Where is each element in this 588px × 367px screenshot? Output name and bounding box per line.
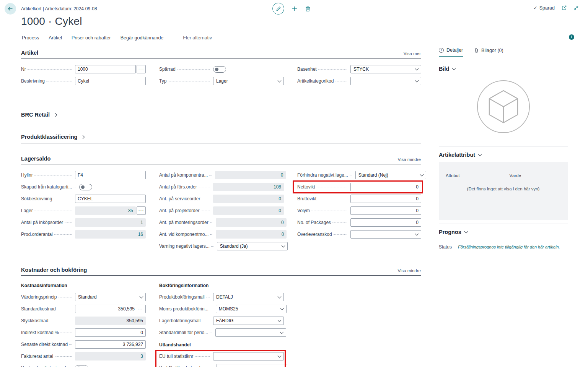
bild-section-header[interactable]: Bild <box>439 66 568 72</box>
fakturerat-value[interactable]: 3 <box>75 352 146 361</box>
ribbon-more-options[interactable]: Fler alternativ <box>183 35 212 41</box>
field-eu-tull-statistiknr: EU tull statistiknr <box>159 352 284 361</box>
bruttovikt-input[interactable]: 0 <box>350 195 421 203</box>
dotted-leader <box>311 211 347 211</box>
status-value: Försäljningsprognos inte tillgänglig för… <box>458 244 560 250</box>
nr-assist-button[interactable]: ··· <box>137 65 146 73</box>
produktbokforingsmall-select[interactable]: DETALJ <box>213 293 284 301</box>
volym-input[interactable]: 0 <box>350 206 421 215</box>
lagerbokforingsmall-select[interactable]: FÄRDIG <box>213 317 284 325</box>
dotted-leader <box>60 333 72 333</box>
hyllnr-input[interactable]: F4 <box>75 171 146 179</box>
kodtillverkning-select[interactable] <box>217 364 287 367</box>
field-label: Antal på förs.order <box>159 184 197 190</box>
serviceorder-value[interactable]: 0 <box>213 195 284 203</box>
tab-bilagor[interactable]: Bilagor (0) <box>474 47 503 57</box>
item-picture-placeholder[interactable] <box>439 78 568 135</box>
field-label: Skapad från katalogarti... <box>21 184 72 190</box>
field-label: Fakturerat antal <box>21 354 53 359</box>
collapse-button[interactable] <box>573 5 579 11</box>
standardmall-select[interactable] <box>215 328 286 337</box>
sokbeskrivning-input[interactable]: CYKEL <box>75 195 146 203</box>
field-ant-serviceorder: Ant. på serviceorder 0 <box>159 195 284 203</box>
back-button[interactable] <box>5 3 16 15</box>
prognos-section-header[interactable]: Prognos <box>439 229 568 235</box>
basenhet-select[interactable]: STYCK <box>350 65 421 73</box>
field-volym: Volym 0 <box>297 206 421 215</box>
forsorder-value[interactable]: 108 <box>213 183 284 191</box>
section-brc-retail[interactable]: BRC Retail <box>21 112 421 121</box>
sparrad-toggle[interactable] <box>213 66 226 73</box>
field-lagerbokforingsmall: Lagerbokföringsmall FÄRDIG <box>159 317 284 325</box>
dotted-leader <box>46 81 72 81</box>
ribbon-item-artikel[interactable]: Artikel <box>49 35 62 41</box>
field-skapad-fran-katalog: Skapad från katalogarti... <box>21 183 146 191</box>
packages-input[interactable]: 0 <box>350 218 421 227</box>
standardkostnad-input[interactable]: 350,595 ··· <box>75 305 146 313</box>
field-label: Bruttovikt <box>297 196 316 201</box>
forhindra-select[interactable]: Standard (Nej) <box>355 171 426 179</box>
field-overleveranskod: Överleveranskod <box>297 230 421 239</box>
field-label: No. of Packages <box>297 220 331 225</box>
artikelattribut-section-header[interactable]: Artikelattribut <box>439 152 568 158</box>
senaste-input[interactable]: 3 736,927 <box>75 340 146 349</box>
section-artikel-title: Artikel <box>21 50 38 56</box>
prodorder-value[interactable]: 16 <box>75 230 146 239</box>
section-lagersaldo-title: Lagersaldo <box>21 156 50 162</box>
eutull-select[interactable] <box>213 352 284 361</box>
visa-mer-link[interactable]: Visa mer <box>404 51 421 56</box>
attribut-empty-message: (Det finns inget att visa i den här vyn) <box>439 187 568 191</box>
dotted-leader <box>210 234 212 235</box>
komponentra-value[interactable]: 0 <box>215 171 286 179</box>
trash-icon <box>305 6 311 12</box>
varning-select[interactable]: Standard (Ja) <box>217 242 288 250</box>
artikelkategorikod-select[interactable] <box>350 77 421 85</box>
delete-button[interactable] <box>305 6 311 12</box>
overleveranskod-select[interactable] <box>350 230 421 239</box>
dotted-leader <box>177 69 210 70</box>
field-ant-komponentmontering: Ant. vid komponentmo... 0 <box>159 230 284 239</box>
edit-button[interactable] <box>272 3 284 15</box>
breadcrumb: Artikelkort | Arbetsdatum: 2024-09-08 <box>21 6 97 11</box>
open-in-new-window-button[interactable] <box>561 5 567 11</box>
typ-select[interactable]: Lager <box>213 77 284 85</box>
lager-value[interactable]: 35 <box>75 206 136 215</box>
dotted-leader <box>65 222 72 223</box>
assist-ellipsis-icon[interactable]: ··· <box>137 305 143 313</box>
ribbon-item-process[interactable]: Process <box>22 35 39 41</box>
chevron-down-icon <box>464 230 468 234</box>
chevron-down-icon <box>278 318 282 322</box>
moms-select[interactable]: MOMS25 <box>216 305 287 313</box>
tab-detaljer[interactable]: i Detaljer <box>439 47 463 57</box>
item-card-content: Artikel Visa mer Nr 1000 ··· Beskrivning… <box>21 46 421 367</box>
skapad-toggle[interactable] <box>79 184 92 190</box>
info-icon[interactable]: i <box>569 34 574 40</box>
factbox-divider <box>439 146 568 146</box>
dotted-leader <box>210 222 212 223</box>
collapse-arrows-icon <box>573 5 579 11</box>
section-brc-title: BRC Retail <box>21 112 50 118</box>
komponentmo-value[interactable]: 0 <box>216 230 287 239</box>
dotted-leader <box>50 321 72 321</box>
justerad-toggle[interactable] <box>75 365 88 367</box>
projektorder-value[interactable]: 0 <box>213 206 284 215</box>
visa-mindre-link[interactable]: Visa mindre <box>397 157 421 162</box>
ribbon-item-godkannande[interactable]: Begär godkännande <box>121 35 164 41</box>
beskrivning-input[interactable]: Cykel <box>75 77 146 85</box>
nettovikt-input[interactable]: 0 <box>350 183 421 191</box>
new-button[interactable] <box>292 6 298 12</box>
chevron-down-icon <box>278 78 282 82</box>
nr-input[interactable]: 1000 <box>75 65 136 73</box>
inkopsorder-value[interactable]: 1 <box>75 218 146 227</box>
indirekt-input[interactable]: 0 <box>75 328 146 337</box>
monteringsorder-value[interactable]: 0 <box>216 218 287 227</box>
visa-mindre-link[interactable]: Visa mindre <box>397 268 421 273</box>
lager-assist-button[interactable]: ··· <box>137 206 146 215</box>
field-label: Ant. på projektorder <box>159 208 199 213</box>
ribbon-item-priser[interactable]: Priser och rabatter <box>72 35 111 41</box>
kostnader-column-1: Kostnadsinformation Värderingsprincip St… <box>21 283 146 367</box>
status-label: Status <box>439 244 458 250</box>
field-ant-projektorder: Ant. på projektorder 0 <box>159 206 284 215</box>
section-produktklassificering[interactable]: Produktklassificering <box>21 134 421 143</box>
varderingsprincip-select[interactable]: Standard <box>75 293 146 301</box>
